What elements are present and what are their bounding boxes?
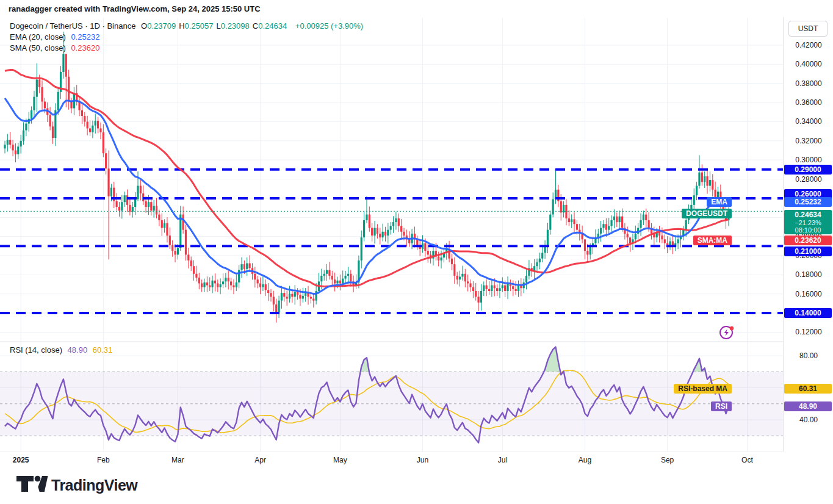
rsi-ma-value-badge: 60.31: [784, 384, 832, 394]
rsi-tick-label: 80.00: [784, 351, 833, 360]
rsi-value-badge: 48.90: [784, 401, 832, 411]
rsi-legend[interactable]: RSI (14, close) 48.90 60.31: [10, 345, 115, 355]
price-tick-label: 0.12000: [784, 328, 833, 336]
tradingview-logo-glyph: [16, 473, 50, 495]
ohlc-number: 0.23709: [147, 21, 176, 31]
ohlc-letter: O: [141, 21, 147, 31]
ema-legend[interactable]: EMA (20, close) 0.25232: [10, 32, 103, 41]
ohlc-number: 0.23098: [221, 21, 250, 31]
symbol-title: Dogecoin / TetherUS · 1D · Binance: [10, 21, 135, 31]
price-tick-label: 0.30000: [784, 156, 833, 164]
rsi-legend-value: 48.90: [68, 345, 88, 355]
price-level-badge: 0.21000: [784, 247, 832, 256]
time-axis-label-2025: 2025: [13, 456, 29, 464]
ohlc-number: 0.25057: [185, 21, 214, 31]
ohlc-letter: H: [179, 21, 184, 31]
sma-legend-value: 0.23620: [71, 43, 99, 52]
sma-legend[interactable]: SMA (50, close) 0.23620: [10, 43, 103, 52]
time-axis-label-feb: Feb: [97, 456, 110, 464]
ohlc-letter: L: [217, 21, 221, 31]
price-tick-label: 0.38000: [784, 79, 833, 88]
rsi-legend-label: RSI (14, close): [10, 345, 62, 355]
doge-last-price-badge: 0.24634−21.23%08:10:00: [784, 210, 832, 234]
tradingview-logo[interactable]: TradingView: [16, 473, 175, 499]
price-tick-label: 0.40000: [784, 60, 833, 68]
time-axis-label-oct: Oct: [741, 456, 753, 464]
time-axis-label-mar: Mar: [171, 456, 184, 464]
time-axis-label-jul: Jul: [498, 456, 507, 464]
time-axis-label-jun: Jun: [417, 456, 428, 464]
ema-legend-label: EMA (20, close): [10, 32, 66, 41]
rsi-tick-label: 40.00: [784, 416, 833, 424]
price-axis[interactable]: USDT 0.420000.400000.380000.360000.34000…: [783, 17, 833, 452]
time-axis-label-sep: Sep: [661, 456, 674, 464]
price-level-badge: 0.29000: [784, 165, 832, 175]
price-tick-label: 0.36000: [784, 98, 833, 107]
currency-toggle-button[interactable]: USDT: [788, 21, 828, 37]
tradingview-logo-text: TradingView: [51, 477, 137, 494]
attribution-text: ranadagger created with TradingView.com,…: [9, 4, 261, 13]
time-axis-label-may: May: [333, 456, 347, 464]
price-tick-label: 0.18000: [784, 270, 833, 279]
change-value: +0.00925 (+3.90%): [295, 21, 363, 31]
sma-legend-label: SMA (50, close): [10, 43, 66, 52]
chart-screenshot: ranadagger created with TradingView.com,…: [0, 0, 833, 504]
boost-lightning-icon[interactable]: [718, 323, 736, 342]
price-tick-label: 0.16000: [784, 290, 833, 298]
price-tick-label: 0.34000: [784, 117, 833, 126]
symbol-legend[interactable]: Dogecoin / TetherUS · 1D · Binance O0.23…: [10, 21, 366, 31]
price-level-badge: 0.14000: [784, 308, 832, 318]
price-tick-label: 0.28000: [784, 175, 833, 184]
ohlc-values: O0.23709H0.25057L0.23098C0.24634: [141, 21, 290, 31]
time-axis[interactable]: 2025FebMarAprMayJunJulAugSepOct: [0, 452, 783, 468]
ohlc-number: 0.24634: [258, 21, 287, 31]
ema-value-badge: 0.25232: [784, 197, 832, 207]
sma-value-badge: 0.23620: [784, 236, 832, 245]
price-tick-label: 0.42000: [784, 41, 833, 49]
time-axis-label-aug: Aug: [579, 456, 591, 464]
price-tick-label: 0.32000: [784, 137, 833, 145]
time-axis-label-apr: Apr: [254, 456, 266, 464]
price-and-rsi-chart-canvas[interactable]: [0, 17, 783, 452]
ohlc-letter: C: [253, 21, 258, 31]
ema-legend-value: 0.25232: [71, 32, 99, 41]
rsi-ma-legend-value: 60.31: [93, 345, 113, 355]
